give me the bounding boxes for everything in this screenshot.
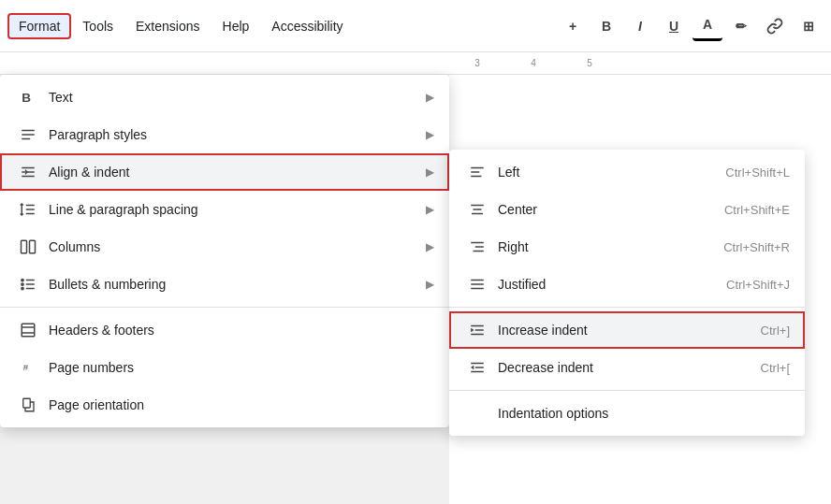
ruler-3: 3 <box>449 58 505 68</box>
increase-indent-icon <box>464 322 490 338</box>
menu-item-text[interactable]: B Text ▶ <box>0 79 449 116</box>
svg-point-18 <box>22 287 23 289</box>
paragraph-styles-arrow: ▶ <box>426 128 434 141</box>
align-indent-submenu: Left Ctrl+Shift+L Center Ctrl+Shift+E <box>449 150 805 436</box>
align-justify-icon <box>464 276 490 293</box>
page-numbers-label: Page numbers <box>41 360 434 375</box>
page-orientation-label: Page orientation <box>41 397 434 412</box>
submenu-justified[interactable]: Justified Ctrl+Shift+J <box>449 266 805 303</box>
line-spacing-label: Line & paragraph spacing <box>41 202 426 217</box>
menu-item-headers-footers[interactable]: Headers & footers <box>0 311 449 349</box>
toolbar-add[interactable]: + <box>558 11 588 41</box>
menu-accessibility[interactable]: Accessibility <box>260 13 354 39</box>
right-shortcut: Ctrl+Shift+R <box>723 240 790 254</box>
toolbar-bold[interactable]: B <box>591 11 621 41</box>
columns-label: Columns <box>41 239 426 254</box>
submenu-divider-1 <box>449 307 805 308</box>
align-center-icon <box>464 201 490 218</box>
ruler-numbers: 3 4 5 <box>449 58 618 68</box>
divider-1 <box>0 307 449 308</box>
toolbar: Format Tools Extensions Help Accessibili… <box>0 0 831 52</box>
align-indent-icon <box>15 164 41 180</box>
submenu-indentation-options[interactable]: Indentation options <box>449 395 805 432</box>
menu-item-page-numbers[interactable]: # Page numbers <box>0 349 449 386</box>
line-spacing-arrow: ▶ <box>426 203 434 216</box>
align-right-icon <box>464 238 490 255</box>
decrease-indent-icon <box>464 359 490 376</box>
toolbar-fontcolor[interactable]: A <box>692 11 722 41</box>
menu-item-bullets[interactable]: Bullets & numbering ▶ <box>0 266 449 303</box>
justified-label: Justified <box>490 277 726 292</box>
text-arrow: ▶ <box>426 91 434 104</box>
format-menu: B Text ▶ Paragraph styles ▶ Alig <box>0 75 449 427</box>
right-label: Right <box>490 239 723 254</box>
headers-footers-label: Headers & footers <box>41 323 434 338</box>
justified-shortcut: Ctrl+Shift+J <box>726 278 790 292</box>
ruler-4: 4 <box>505 58 561 68</box>
submenu-right[interactable]: Right Ctrl+Shift+R <box>449 228 805 266</box>
decrease-indent-shortcut: Ctrl+[ <box>761 361 790 375</box>
page-orientation-icon <box>15 396 41 413</box>
decrease-indent-label: Decrease indent <box>490 360 761 375</box>
indentation-options-label: Indentation options <box>490 406 790 421</box>
menu-item-line-spacing[interactable]: Line & paragraph spacing ▶ <box>0 191 449 228</box>
submenu-left[interactable]: Left Ctrl+Shift+L <box>449 153 805 191</box>
menu-item-align-indent[interactable]: Align & indent ▶ <box>0 153 449 191</box>
center-shortcut: Ctrl+Shift+E <box>724 203 790 217</box>
menu-extensions[interactable]: Extensions <box>124 13 211 39</box>
submenu-center[interactable]: Center Ctrl+Shift+E <box>449 191 805 228</box>
svg-rect-11 <box>22 240 27 253</box>
menu-item-page-orientation[interactable]: Page orientation <box>0 386 449 424</box>
ruler-5: 5 <box>561 58 618 68</box>
bullets-arrow: ▶ <box>426 278 434 291</box>
svg-point-17 <box>22 283 23 285</box>
increase-indent-shortcut: Ctrl+] <box>761 324 790 338</box>
toolbar-underline[interactable]: U <box>659 11 689 41</box>
columns-icon <box>15 238 41 255</box>
menu-item-columns[interactable]: Columns ▶ <box>0 228 449 266</box>
bullets-label: Bullets & numbering <box>41 277 426 292</box>
toolbar-icons: + B I U A ✏ ⊞ <box>558 11 824 41</box>
toolbar-more[interactable]: ⊞ <box>794 11 824 41</box>
paragraph-styles-icon <box>15 126 41 143</box>
paragraph-styles-label: Paragraph styles <box>41 127 426 142</box>
toolbar-pencil[interactable]: ✏ <box>726 11 756 41</box>
align-indent-label: Align & indent <box>41 165 426 180</box>
main-content: B Text ▶ Paragraph styles ▶ Alig <box>0 75 831 504</box>
line-spacing-icon <box>15 201 41 218</box>
submenu-divider-2 <box>449 390 805 391</box>
toolbar-link[interactable] <box>760 11 790 41</box>
menu-help[interactable]: Help <box>211 13 261 39</box>
page-numbers-icon: # <box>15 359 41 376</box>
toolbar-italic[interactable]: I <box>625 11 655 41</box>
svg-rect-23 <box>23 398 31 408</box>
left-label: Left <box>490 165 725 180</box>
ruler: 3 4 5 <box>0 52 831 75</box>
svg-rect-19 <box>22 324 35 337</box>
text-icon: B <box>15 89 41 106</box>
columns-arrow: ▶ <box>426 240 434 253</box>
bullets-icon <box>15 276 41 293</box>
increase-indent-label: Increase indent <box>490 323 761 338</box>
center-label: Center <box>490 202 724 217</box>
svg-text:B: B <box>22 91 31 105</box>
align-left-icon <box>464 164 490 180</box>
submenu-increase-indent[interactable]: Increase indent Ctrl+] <box>449 311 805 349</box>
svg-point-16 <box>22 279 23 281</box>
headers-footers-icon <box>15 322 41 338</box>
svg-text:#: # <box>23 362 29 372</box>
text-label: Text <box>41 90 426 105</box>
menu-bar: Format Tools Extensions Help Accessibili… <box>7 13 355 39</box>
submenu-decrease-indent[interactable]: Decrease indent Ctrl+[ <box>449 349 805 386</box>
menu-tools[interactable]: Tools <box>71 13 124 39</box>
left-shortcut: Ctrl+Shift+L <box>725 166 790 180</box>
menu-format[interactable]: Format <box>7 13 71 39</box>
menu-item-paragraph-styles[interactable]: Paragraph styles ▶ <box>0 116 449 153</box>
align-indent-arrow: ▶ <box>426 166 434 179</box>
svg-rect-12 <box>30 240 36 253</box>
